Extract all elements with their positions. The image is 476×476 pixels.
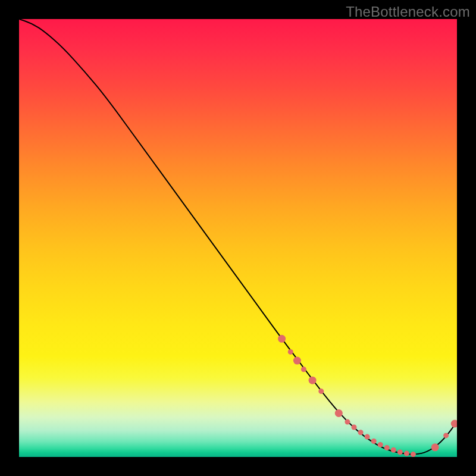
marker-point bbox=[404, 451, 409, 456]
marker-point bbox=[318, 389, 324, 394]
marker-point bbox=[309, 377, 317, 384]
marker-point bbox=[391, 447, 396, 453]
chart-frame: TheBottleneck.com bbox=[0, 0, 476, 476]
marker-point bbox=[288, 349, 293, 355]
marker-point bbox=[335, 409, 343, 417]
marker-point bbox=[384, 445, 390, 450]
marker-point bbox=[345, 419, 350, 425]
marker-point bbox=[365, 434, 370, 440]
marker-point bbox=[378, 442, 383, 447]
marker-point bbox=[443, 433, 449, 438]
marker-point bbox=[358, 430, 364, 435]
watermark-text: TheBottleneck.com bbox=[346, 4, 470, 20]
marker-point bbox=[397, 449, 403, 455]
bottleneck-curve bbox=[19, 19, 457, 454]
chart-svg bbox=[19, 19, 457, 457]
curve-markers bbox=[278, 335, 457, 457]
marker-point bbox=[411, 452, 416, 457]
marker-point bbox=[293, 357, 301, 365]
marker-point bbox=[451, 420, 457, 428]
marker-point bbox=[352, 425, 357, 430]
marker-point bbox=[431, 443, 439, 451]
marker-point bbox=[278, 335, 286, 343]
plot-area bbox=[19, 19, 457, 457]
marker-point bbox=[301, 367, 306, 372]
marker-point bbox=[371, 439, 377, 444]
